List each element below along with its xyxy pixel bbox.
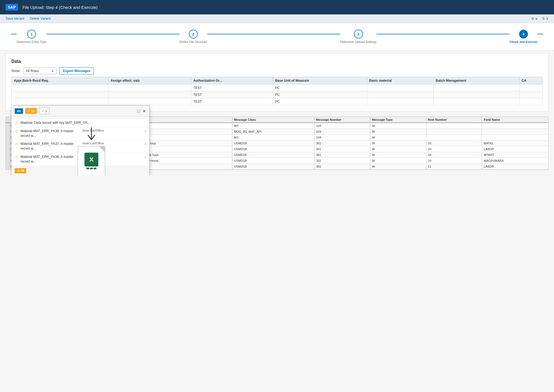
step-4[interactable]: 4 Check and Execute <box>509 30 537 43</box>
toolbar-left: Save Variant Delete Variant <box>6 17 51 21</box>
col-header-appr-batch: Appr.Batch Recd Req. <box>12 77 108 84</box>
msg-chevron-3: › <box>145 142 146 146</box>
delete-variant-link[interactable]: Delete Variant <box>30 17 51 21</box>
step-line-2 <box>207 34 340 34</box>
header-title: File Upload: Step 4 (Check and Execute) <box>22 5 98 10</box>
excel-lines <box>86 168 96 169</box>
step-line-3 <box>376 34 509 34</box>
section-title: Data <box>11 59 543 64</box>
msg-text-1: Material: Data record with key MAT_ERR_Y… <box>20 121 146 125</box>
toolbar: Save Variant Delete Variant ⊙ ∨ ① ∨ <box>0 14 554 23</box>
msg-chevron-2: › <box>145 129 146 133</box>
close-icon[interactable]: ✕ <box>143 109 146 113</box>
excel-col-c-header: Message Class <box>232 117 314 122</box>
warning-icon-2: ⚠ <box>15 129 18 133</box>
scroll-spacer <box>11 117 149 119</box>
col-header-assign-effect: Assign effect. vals <box>108 77 191 84</box>
warning-badge-icon: ⚠ <box>17 169 20 173</box>
msg-tab-warning[interactable]: ⚠ 58 <box>25 108 37 114</box>
warning-count: 58 <box>31 109 35 113</box>
col-header-batch-mgmt: Batch Management <box>433 77 519 84</box>
stepper: 1 Determine Entity Type 2 Define File St… <box>11 30 543 43</box>
step-4-circle: 4 <box>519 30 528 39</box>
col-header-auth-grp: Authorization Gr... <box>191 77 273 84</box>
msg-tab-all[interactable]: All <box>15 108 23 114</box>
main-content: Data Show: All Rows ∨ Export Messages Ap… <box>6 53 548 111</box>
bookmark-btn[interactable]: ⊙ ∨ <box>531 17 537 21</box>
table-row: TEST PC <box>12 91 543 98</box>
data-table: Appr.Batch Recd Req. Assign effect. vals… <box>11 77 543 105</box>
app-header: SAP File Upload: Step 4 (Check and Execu… <box>0 0 554 14</box>
warning-triangle-icon: ⚠ <box>27 109 30 113</box>
step-1-label: Determine Entity Type <box>17 40 47 43</box>
step-1[interactable]: 1 Determine Entity Type <box>17 30 47 43</box>
msg-row-1[interactable]: ⚠ Material: Data record with key MAT_ERR… <box>11 119 149 127</box>
step-4-label: Check and Execute <box>509 40 537 43</box>
success-count: 1 <box>45 109 47 113</box>
show-select-dropdown[interactable]: All Rows ∨ <box>23 68 57 74</box>
data-controls: Show: All Rows ∨ Export Messages <box>11 67 543 75</box>
step-3-label: Determine Upload Settings <box>340 40 376 43</box>
warning-icon-4: ⚠ <box>15 155 18 159</box>
step-2[interactable]: 2 Define File Structure <box>179 30 207 43</box>
step-3-circle: 3 <box>354 30 363 39</box>
table-row: TEST PC <box>12 84 543 91</box>
col-header-base-uom: Base Unit of Measure <box>273 77 367 84</box>
download-illustration: X 2022.05.11_08.25.02_QMT40...File-Uploa… <box>78 127 105 175</box>
excel-col-e-header: Message Type <box>370 117 426 122</box>
help-btn[interactable]: ① ∨ <box>542 17 548 21</box>
excel-file-icon: X <box>78 146 105 175</box>
excel-col-f-header: Row Number <box>426 117 482 122</box>
excel-col-g-header: Field Name <box>482 117 548 122</box>
msg-text-2: Material MAT_ERR_YK38: A master record w… <box>20 129 80 138</box>
step-2-circle: 2 <box>189 30 198 39</box>
stepper-container: 1 Determine Entity Type 2 Define File St… <box>0 23 554 50</box>
step-line-1 <box>47 34 179 34</box>
step-3[interactable]: 3 Determine Upload Settings <box>340 30 376 43</box>
warning-icon-3: ⚠ <box>15 142 18 146</box>
table-row: TEST PC <box>12 98 543 105</box>
col-header-basic-mat: Basic material <box>367 77 433 84</box>
save-variant-link[interactable]: Save Variant <box>6 17 24 21</box>
messages-panel-header: All ⚠ 58 ✓ 1 ⬜ ✕ <box>11 106 149 117</box>
excel-badge: X <box>84 153 98 166</box>
export-icon[interactable]: ⬜ <box>136 109 140 113</box>
msg-text-4: Material MAT_ERR_YK36: A master record w… <box>20 155 80 164</box>
msg-text-3: Material MAT_ERR_YK37: A master record w… <box>20 142 80 151</box>
toolbar-right: ⊙ ∨ ① ∨ <box>531 17 548 21</box>
col-header-ca: CA <box>519 77 543 84</box>
msg-chevron-4: › <box>145 155 146 159</box>
excel-col-d-header: Message Number <box>314 117 370 122</box>
warning-count-badge: ⚠ 59 <box>15 168 26 173</box>
warning-icon-1: ⚠ <box>15 121 18 125</box>
warning-badge-count: 59 <box>21 169 24 172</box>
export-messages-button[interactable]: Export Messages <box>59 67 94 75</box>
data-table-container: Appr.Batch Recd Req. Assign effect. vals… <box>11 77 543 105</box>
sap-logo: SAP <box>6 4 18 11</box>
show-label: Show: <box>11 69 20 73</box>
messages-header-actions: ⬜ ✕ <box>136 109 146 113</box>
success-check-icon: ✓ <box>42 109 44 113</box>
step-1-circle: 1 <box>27 30 36 39</box>
arrow-down-1 <box>78 127 105 145</box>
msg-tab-success[interactable]: ✓ 1 <box>39 108 49 114</box>
step-2-label: Define File Structure <box>179 40 207 43</box>
